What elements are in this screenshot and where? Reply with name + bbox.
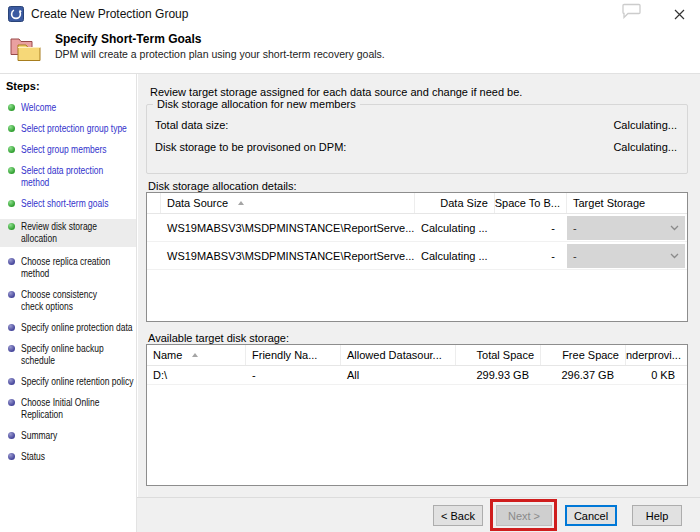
sort-ascending-icon xyxy=(238,201,244,205)
intro-text: Review target storage assigned for each … xyxy=(150,86,522,98)
friendly-name-cell: - xyxy=(246,369,341,381)
target-storage-dropdown[interactable]: - xyxy=(567,216,685,240)
space-to-b-cell: - xyxy=(495,250,567,262)
close-button[interactable] xyxy=(666,3,692,25)
step-upcoming-bullet xyxy=(8,399,15,406)
available-header-name[interactable]: Name xyxy=(147,345,246,365)
steps-heading: Steps: xyxy=(6,80,136,92)
close-icon xyxy=(674,9,685,20)
details-header-space-to-b[interactable]: Space To B... xyxy=(495,193,567,213)
step-upcoming-bullet xyxy=(8,432,15,439)
step-upcoming-bullet xyxy=(8,258,15,265)
total-data-size-value: Calculating... xyxy=(613,119,677,131)
data-source-cell: WS19MABSV3\MSDPMINSTANCE\ReportServe... xyxy=(161,250,415,262)
data-size-cell: Calculating ... xyxy=(415,222,495,234)
dpm-app-icon xyxy=(8,6,24,22)
cancel-button[interactable]: Cancel xyxy=(565,505,617,526)
available-header-friendly-name[interactable]: Friendly Na... xyxy=(246,345,341,365)
step-done-bullet xyxy=(8,200,15,207)
sidebar-step-welcome[interactable]: Welcome xyxy=(0,102,136,114)
space-to-b-cell: - xyxy=(495,222,567,234)
total-space-cell: 299.93 GB xyxy=(456,369,541,381)
target-storage-dropdown[interactable]: - xyxy=(567,244,685,268)
speech-bubble-icon[interactable] xyxy=(622,3,642,19)
disk-allocation-groupbox: Disk storage allocation for new members … xyxy=(146,104,688,174)
page-subtitle: DPM will create a protection plan using … xyxy=(55,48,385,60)
sidebar-step-choose-initial-online-replication[interactable]: Choose Initial Online Replication xyxy=(0,397,136,421)
available-header-total-space[interactable]: Total Space xyxy=(456,345,541,365)
disk-allocation-details-table: Data Source Data Size Space To B... Targ… xyxy=(146,192,688,322)
footer-bar: < Back Next > Cancel Help xyxy=(137,497,700,532)
sidebar-step-specify-online-protection-data[interactable]: Specify online protection data xyxy=(0,322,136,334)
data-source-cell: WS19MABSV3\MSDPMINSTANCE\ReportServe... xyxy=(161,222,415,234)
step-upcoming-bullet xyxy=(8,324,15,331)
sidebar-step-select-group-members[interactable]: Select group members xyxy=(0,144,136,156)
available-storage-label: Available target disk storage: xyxy=(148,332,289,344)
volume-name-cell: D:\ xyxy=(147,369,246,381)
next-button[interactable]: Next > xyxy=(496,505,552,526)
sidebar-step-status[interactable]: Status xyxy=(0,451,136,463)
allowed-datasources-cell: All xyxy=(341,369,456,381)
sidebar-step-specify-online-retention-policy[interactable]: Specify online retention policy xyxy=(0,376,136,388)
data-size-cell: Calculating ... xyxy=(415,250,495,262)
step-upcoming-bullet xyxy=(8,378,15,385)
details-header-target-storage[interactable]: Target Storage xyxy=(567,193,687,213)
provisioned-storage-row: Disk storage to be provisoned on DPM: Ca… xyxy=(155,141,677,153)
steps-sidebar: Steps: Welcome Select protection group t… xyxy=(0,74,137,532)
step-upcoming-bullet xyxy=(8,345,15,352)
details-header-data-size[interactable]: Data Size xyxy=(415,193,495,213)
sidebar-step-specify-online-backup-schedule[interactable]: Specify online backup schedule xyxy=(0,343,136,367)
available-target-disk-storage-table: Name Friendly Na... Allowed Datasour... … xyxy=(146,344,688,486)
step-done-bullet xyxy=(8,146,15,153)
underprovisioned-cell: 0 KB xyxy=(626,369,687,381)
provisioned-storage-value: Calculating... xyxy=(613,141,677,153)
sidebar-step-summary[interactable]: Summary xyxy=(0,430,136,442)
details-table-header: Data Source Data Size Space To B... Targ… xyxy=(147,193,687,214)
step-upcoming-bullet xyxy=(8,453,15,460)
free-space-cell: 296.37 GB xyxy=(541,369,626,381)
step-upcoming-bullet xyxy=(8,291,15,298)
title-bar: Create New Protection Group xyxy=(0,0,700,28)
details-table-label: Disk storage allocation details: xyxy=(148,180,297,192)
step-current-bullet xyxy=(8,223,15,230)
main-pane: Review target storage assigned for each … xyxy=(138,74,700,532)
total-data-size-row: Total data size: Calculating... xyxy=(155,119,677,131)
page-title: Specify Short-Term Goals xyxy=(55,32,201,46)
details-table-row[interactable]: WS19MABSV3\MSDPMINSTANCE\ReportServe... … xyxy=(147,214,687,242)
total-data-size-label: Total data size: xyxy=(155,119,228,131)
sidebar-step-select-protection-group-type[interactable]: Select protection group type xyxy=(0,123,136,135)
sort-ascending-icon xyxy=(192,353,198,357)
available-header-underprovisioned[interactable]: Underprovi... xyxy=(626,345,687,365)
chevron-down-icon xyxy=(670,225,679,231)
sidebar-step-review-disk-storage-allocation[interactable]: Review disk storage allocation xyxy=(0,219,136,247)
step-done-bullet xyxy=(8,167,15,174)
available-header-free-space[interactable]: Free Space xyxy=(541,345,626,365)
window-title: Create New Protection Group xyxy=(31,7,188,21)
protection-group-folders-icon xyxy=(10,34,44,64)
help-button[interactable]: Help xyxy=(632,505,682,526)
chevron-down-icon xyxy=(670,253,679,259)
details-table-row[interactable]: WS19MABSV3\MSDPMINSTANCE\ReportServe... … xyxy=(147,242,687,270)
sidebar-step-choose-replica-creation-method[interactable]: Choose replica creation method xyxy=(0,256,136,280)
create-protection-group-dialog: Create New Protection Group Specify Shor… xyxy=(0,0,700,532)
sidebar-step-choose-consistency-check-options[interactable]: Choose consistency check options xyxy=(0,289,136,313)
back-button[interactable]: < Back xyxy=(433,505,483,526)
wizard-header: Specify Short-Term Goals DPM will create… xyxy=(0,28,700,73)
sidebar-step-select-data-protection-method[interactable]: Select data protection method xyxy=(0,165,136,189)
sidebar-step-select-short-term-goals[interactable]: Select short-term goals xyxy=(0,198,136,210)
available-header-allowed-datasources[interactable]: Allowed Datasour... xyxy=(341,345,456,365)
step-done-bullet xyxy=(8,125,15,132)
groupbox-title: Disk storage allocation for new members xyxy=(153,98,360,110)
step-done-bullet xyxy=(8,104,15,111)
provisioned-storage-label: Disk storage to be provisoned on DPM: xyxy=(155,141,346,153)
available-table-row[interactable]: D:\ - All 299.93 GB 296.37 GB 0 KB xyxy=(147,366,687,385)
details-header-data-source[interactable]: Data Source xyxy=(161,193,415,213)
available-table-header: Name Friendly Na... Allowed Datasour... … xyxy=(147,345,687,366)
details-header-spacer xyxy=(147,193,161,213)
